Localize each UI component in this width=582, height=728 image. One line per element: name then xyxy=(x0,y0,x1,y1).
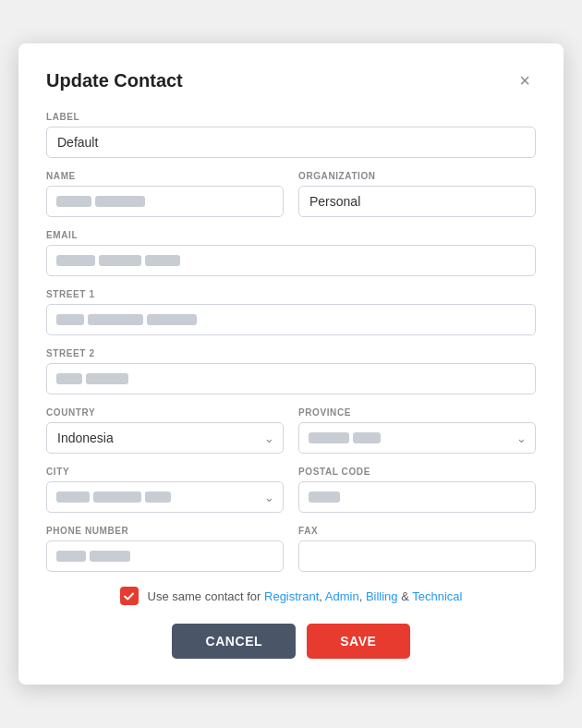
modal-overlay: Update Contact × LABEL NAME xyxy=(0,0,582,728)
cancel-button[interactable]: CANCEL xyxy=(172,624,296,659)
country-select[interactable]: Indonesia Other xyxy=(46,422,284,454)
fax-field-label: FAX xyxy=(298,526,536,536)
country-field-group: COUNTRY Indonesia Other ⌄ xyxy=(46,407,284,454)
postal-input-wrap xyxy=(298,481,536,513)
street1-input-wrap xyxy=(46,304,536,335)
save-button[interactable]: SAVE xyxy=(307,624,409,659)
fax-field-group: FAX xyxy=(298,526,536,572)
phone-field-group: PHONE NUMBER xyxy=(46,526,284,572)
street2-field-label: STREET 2 xyxy=(46,348,536,358)
organization-input[interactable] xyxy=(298,186,536,217)
checkbox-row: Use same contact for Registrant, Admin, … xyxy=(46,587,536,605)
province-select-wrap: ⌄ xyxy=(298,422,536,454)
phone-field-label: PHONE NUMBER xyxy=(46,526,284,536)
name-org-row: NAME ORGANIZATION xyxy=(46,171,536,217)
city-field-label: CITY xyxy=(46,467,284,477)
email-field-label: EMAIL xyxy=(46,230,536,240)
modal-title: Update Contact xyxy=(46,70,183,91)
label-input[interactable] xyxy=(46,127,536,158)
country-field-label: COUNTRY xyxy=(46,407,284,418)
street2-input[interactable] xyxy=(46,363,536,394)
fax-input[interactable] xyxy=(298,540,536,572)
name-input-wrap xyxy=(46,186,284,217)
street1-field-group: STREET 1 xyxy=(46,289,536,335)
city-field-group: CITY ⌄ xyxy=(46,467,284,513)
street1-field-label: STREET 1 xyxy=(46,289,536,299)
button-row: CANCEL SAVE xyxy=(46,624,536,659)
email-input[interactable] xyxy=(46,245,536,276)
province-select[interactable] xyxy=(298,422,536,454)
close-icon: × xyxy=(519,70,530,91)
country-select-wrap: Indonesia Other ⌄ xyxy=(46,422,284,454)
province-field-group: PROVINCE ⌄ xyxy=(298,407,536,454)
country-province-row: COUNTRY Indonesia Other ⌄ PROVINCE ⌄ xyxy=(46,407,536,454)
registrant-link[interactable]: Registrant xyxy=(264,589,319,603)
checkmark-icon xyxy=(123,590,135,602)
modal-header: Update Contact × xyxy=(46,69,536,91)
name-field-label: NAME xyxy=(46,171,284,181)
city-postal-row: CITY ⌄ POSTAL CODE xyxy=(46,467,536,513)
name-field-group: NAME xyxy=(46,171,284,217)
street2-input-wrap xyxy=(46,363,536,394)
postal-code-input[interactable] xyxy=(298,481,536,513)
label-field-label: LABEL xyxy=(46,112,536,122)
same-contact-checkbox[interactable] xyxy=(120,587,139,605)
province-field-label: PROVINCE xyxy=(298,407,536,418)
street2-field-group: STREET 2 xyxy=(46,348,536,394)
admin-link[interactable]: Admin xyxy=(325,589,359,603)
phone-input-wrap xyxy=(46,540,284,572)
same-contact-label: Use same contact for Registrant, Admin, … xyxy=(148,589,463,603)
organization-field-group: ORGANIZATION xyxy=(298,171,536,217)
city-select-wrap: ⌄ xyxy=(46,481,284,513)
postal-code-field-group: POSTAL CODE xyxy=(298,467,536,513)
postal-code-field-label: POSTAL CODE xyxy=(298,467,536,477)
name-input[interactable] xyxy=(46,186,284,217)
update-contact-modal: Update Contact × LABEL NAME xyxy=(18,43,564,685)
street1-input[interactable] xyxy=(46,304,536,335)
city-select[interactable] xyxy=(46,481,284,513)
phone-input[interactable] xyxy=(46,540,284,572)
technical-link[interactable]: Technical xyxy=(412,589,462,603)
phone-fax-row: PHONE NUMBER FAX xyxy=(46,526,536,572)
email-input-wrap xyxy=(46,245,536,276)
close-button[interactable]: × xyxy=(514,69,536,91)
email-field-group: EMAIL xyxy=(46,230,536,276)
billing-link[interactable]: Billing xyxy=(366,589,398,603)
label-field-group: LABEL xyxy=(46,112,536,158)
org-field-label: ORGANIZATION xyxy=(298,171,536,181)
